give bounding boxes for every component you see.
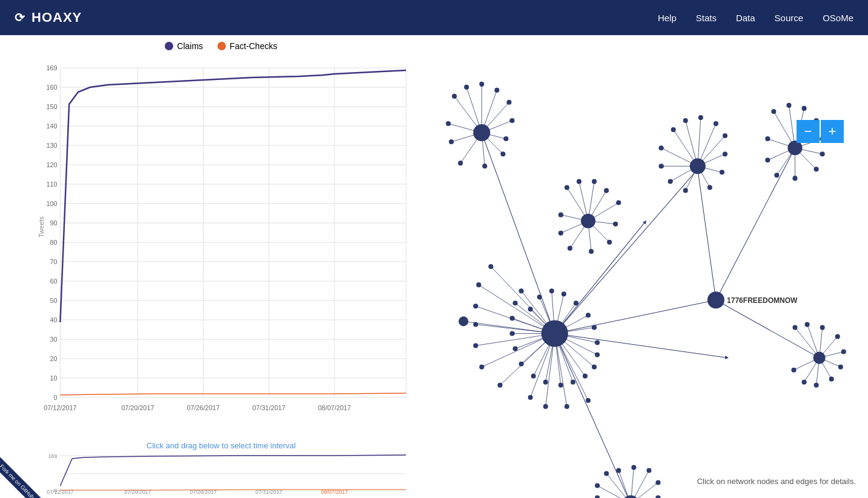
svg-point-79 [473, 124, 490, 141]
svg-text:169: 169 [46, 64, 57, 71]
svg-point-80 [452, 94, 457, 99]
svg-point-157 [613, 222, 618, 227]
svg-point-222 [479, 365, 484, 370]
network-panel[interactable]: − + [442, 35, 868, 498]
svg-point-138 [765, 158, 770, 162]
chart-legend: Claims Fact-Checks [0, 41, 442, 51]
nav-help[interactable]: Help [658, 13, 677, 23]
svg-line-65 [716, 148, 795, 300]
svg-point-227 [586, 398, 591, 403]
svg-point-82 [479, 82, 484, 87]
nav-stats[interactable]: Stats [696, 13, 717, 23]
cluster-middle [558, 179, 621, 254]
svg-point-108 [714, 121, 718, 126]
svg-point-216 [528, 307, 533, 311]
svg-point-247 [841, 350, 846, 354]
svg-text:40: 40 [50, 316, 57, 324]
svg-point-111 [720, 170, 724, 174]
svg-point-156 [616, 201, 621, 205]
svg-point-268 [631, 465, 636, 470]
svg-point-243 [792, 325, 797, 330]
svg-point-104 [690, 158, 706, 174]
svg-point-84 [506, 100, 511, 105]
navbar: ⟳ HOAXY Help Stats Data Source OSoMe [0, 0, 868, 35]
svg-point-199 [509, 331, 514, 336]
svg-point-109 [723, 133, 727, 138]
nav-data[interactable]: Data [736, 13, 755, 23]
svg-point-161 [558, 231, 563, 236]
svg-line-59 [555, 169, 698, 333]
svg-text:07/20/2017: 07/20/2017 [124, 489, 151, 495]
svg-point-136 [792, 176, 797, 181]
svg-point-106 [683, 118, 688, 123]
svg-point-202 [531, 374, 536, 379]
svg-text:100: 100 [46, 200, 57, 207]
svg-point-209 [595, 340, 600, 345]
brand-name: HOAXY [31, 10, 82, 25]
svg-text:10: 10 [50, 374, 57, 382]
svg-point-81 [464, 85, 469, 90]
svg-line-254 [618, 470, 631, 498]
svg-point-86 [503, 136, 508, 141]
svg-line-256 [631, 470, 649, 498]
node-1776freedomnow[interactable]: 1776FREEDOMNOW [707, 291, 798, 308]
svg-point-116 [659, 145, 664, 150]
svg-text:50: 50 [50, 297, 57, 304]
svg-point-276 [595, 496, 600, 498]
mini-chart-area[interactable]: 169 0 07/12/2017 07/20/2017 07/26/2017 0… [0, 453, 442, 498]
network-graph[interactable]: 1776FREEDOMNOW [442, 35, 868, 498]
nav-osome[interactable]: OSoMe [823, 13, 853, 23]
mini-chart-svg: 169 0 07/12/2017 07/20/2017 07/26/2017 0… [36, 453, 418, 495]
svg-text:07/12/2017: 07/12/2017 [47, 489, 73, 495]
svg-point-83 [494, 88, 499, 93]
svg-text:140: 140 [46, 122, 57, 130]
nav-links: Help Stats Data Source OSoMe [658, 13, 853, 23]
svg-text:0: 0 [53, 394, 57, 401]
svg-text:120: 120 [46, 161, 57, 168]
svg-point-248 [838, 365, 843, 370]
svg-point-225 [543, 404, 548, 409]
svg-line-63 [555, 333, 631, 498]
svg-point-90 [449, 139, 454, 144]
svg-point-158 [607, 240, 612, 245]
svg-point-242 [813, 352, 826, 364]
svg-point-88 [482, 164, 487, 168]
nav-source[interactable]: Source [775, 13, 804, 23]
central-hub[interactable] [473, 264, 600, 409]
svg-point-204 [558, 383, 563, 388]
svg-point-267 [616, 468, 621, 473]
legend-factchecks: Fact-Checks [217, 41, 277, 51]
svg-point-130 [786, 103, 791, 108]
svg-point-152 [565, 185, 569, 190]
svg-point-207 [592, 365, 597, 370]
svg-point-228 [707, 291, 724, 308]
svg-point-210 [592, 325, 597, 330]
svg-point-201 [519, 362, 524, 367]
svg-point-218 [476, 282, 481, 287]
svg-point-251 [802, 380, 807, 385]
svg-point-198 [509, 316, 514, 320]
svg-point-137 [774, 173, 779, 178]
svg-line-62 [555, 333, 728, 357]
svg-point-197 [512, 300, 517, 305]
svg-text:110: 110 [46, 181, 57, 188]
svg-point-196 [519, 288, 524, 293]
brand-logo: ⟳ HOAXY [15, 10, 82, 25]
svg-point-105 [671, 127, 676, 132]
svg-point-203 [543, 380, 548, 385]
zoom-out-button[interactable]: − [797, 120, 820, 143]
svg-text:150: 150 [46, 103, 57, 110]
main-chart-area[interactable]: 169 160 150 140 130 120 110 100 90 80 70… [0, 56, 442, 439]
svg-line-60 [555, 221, 646, 334]
svg-point-252 [791, 368, 796, 373]
cluster-right-bottom [791, 322, 846, 387]
svg-point-212 [574, 300, 578, 305]
svg-point-155 [604, 188, 609, 193]
svg-point-244 [805, 322, 810, 327]
svg-text:60: 60 [50, 277, 57, 285]
svg-point-107 [698, 115, 703, 120]
zoom-in-button[interactable]: + [821, 120, 844, 143]
svg-point-219 [473, 304, 478, 308]
svg-point-245 [820, 325, 825, 330]
svg-point-110 [723, 151, 727, 156]
